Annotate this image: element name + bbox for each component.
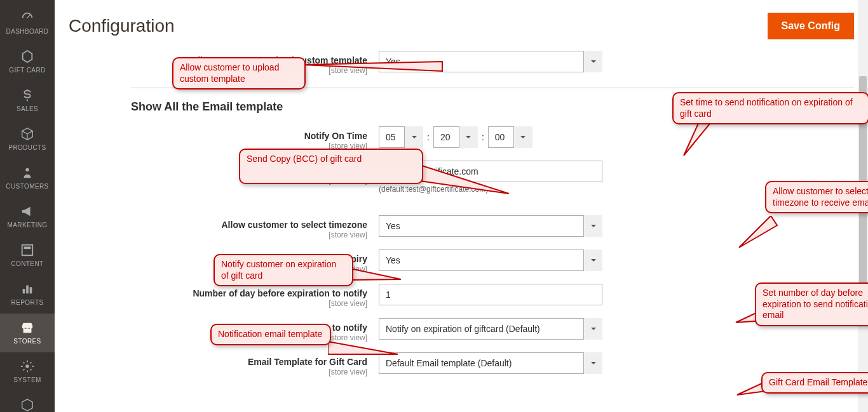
time-sep: :: [427, 132, 430, 142]
sidebar-item-customers[interactable]: CUSTOMERS: [0, 159, 55, 197]
page-header: Configuration Save Config: [55, 0, 868, 46]
sidebar-item-label: PRODUCTS: [8, 144, 46, 151]
sidebar-item-reports[interactable]: REPORTS: [0, 275, 55, 314]
days-before-input[interactable]: [379, 284, 602, 305]
sidebar-item-sales[interactable]: SALES: [0, 81, 55, 120]
callout-notify-time: Set time to send notification on expirat…: [672, 92, 868, 124]
sidebar-item-label: CUSTOMERS: [6, 183, 48, 190]
svg-marker-7: [302, 62, 442, 71]
allow-timezone-select[interactable]: Yes: [379, 215, 602, 237]
page-title: Configuration: [69, 16, 175, 36]
sidebar-item-label: REPORTS: [11, 299, 44, 306]
allow-timezone-label: Allow customer to select timezone: [222, 220, 368, 230]
sidebar-item-giftcard[interactable]: GIFT CARD: [0, 43, 55, 81]
email-template-select[interactable]: Default Email template (Default): [379, 352, 602, 374]
sidebar-item-label: SYSTEM: [13, 376, 41, 383]
callout-email-template-gc: Gift Card Email Template: [761, 372, 868, 394]
sidebar-item-products[interactable]: PRODUCTS: [0, 120, 55, 159]
callout-allow-timezone: Allow customer to select timezone to rec…: [765, 181, 868, 213]
sidebar-item-label: CONTENT: [11, 260, 43, 267]
storefront-icon: [20, 320, 34, 335]
notify-min-select[interactable]: 20: [433, 126, 478, 148]
sidebar-item-dashboard[interactable]: DASHBOARD: [0, 4, 55, 43]
dollar-icon: [20, 88, 34, 103]
notify-hour-select[interactable]: 05: [379, 126, 423, 148]
hex-icon: [20, 49, 34, 64]
notify-expiry-select[interactable]: Yes: [379, 249, 602, 271]
scope-text: [store view]: [131, 368, 367, 376]
callout-days-before: Set number of day before expiration to s…: [755, 282, 868, 326]
sidebar-item-system[interactable]: SYSTEM: [0, 352, 55, 391]
svg-marker-9: [350, 269, 401, 280]
sidebar-item-label: SALES: [17, 105, 38, 112]
admin-sidebar: DASHBOARD GIFT CARD SALES PRODUCTS CUSTO…: [0, 0, 55, 412]
gauge-icon: [20, 10, 34, 25]
svg-point-0: [25, 168, 29, 172]
save-config-button[interactable]: Save Config: [768, 13, 854, 39]
notify-sec-select[interactable]: 00: [488, 126, 532, 148]
notify-time-label: Notify On Time: [304, 131, 367, 141]
person-icon: [20, 165, 34, 180]
gear-icon: [20, 359, 34, 374]
svg-marker-8: [420, 165, 509, 194]
sidebar-item-marketing[interactable]: MARKETING: [0, 197, 55, 236]
scope-text: [store view]: [131, 299, 367, 308]
svg-rect-5: [30, 287, 32, 293]
megaphone-icon: [20, 204, 34, 219]
select-template-select[interactable]: Notify on expiration of giftcard (Defaul…: [379, 318, 602, 340]
svg-rect-1: [22, 245, 33, 256]
sidebar-item-label: STORES: [13, 338, 41, 345]
sidebar-item-label: DASHBOARD: [6, 28, 49, 35]
callout-notify-expiry: Notify customer on expiration of gift ca…: [214, 254, 353, 286]
layout-icon: [20, 243, 34, 258]
svg-rect-2: [24, 247, 31, 249]
module-icon: [20, 397, 34, 412]
row-notify-time: Notify On Time [store view] 05 : 20: [131, 121, 854, 156]
main-content: Configuration Save Config Allow customer…: [55, 0, 868, 412]
cube-icon: [20, 126, 34, 142]
sidebar-item-stores[interactable]: STORES: [0, 314, 55, 352]
row-email-template: Email Template for Gift Card [store view…: [131, 347, 854, 382]
days-before-label: Number of day before expiration to notif…: [193, 288, 367, 298]
callout-notify-template: Notification email template: [210, 324, 331, 345]
section-title: Show All the Email template: [131, 100, 283, 114]
svg-point-6: [25, 364, 29, 368]
svg-rect-4: [26, 286, 29, 294]
callout-send-copy: Send Copy (BCC) of gift card: [239, 149, 423, 184]
bars-icon: [20, 281, 34, 296]
svg-marker-12: [739, 216, 777, 248]
callout-allow-upload: Allow customer to upload custom template: [172, 57, 306, 90]
sidebar-item-label: GIFT CARD: [9, 67, 45, 74]
sidebar-item-label: MARKETING: [7, 222, 47, 229]
svg-marker-11: [684, 121, 712, 156]
svg-rect-3: [23, 289, 25, 293]
sidebar-item-extra[interactable]: [0, 391, 55, 412]
svg-marker-10: [328, 342, 398, 354]
time-sep: :: [482, 132, 484, 142]
scope-text: [store view]: [131, 230, 367, 239]
sidebar-item-content[interactable]: CONTENT: [0, 236, 55, 275]
